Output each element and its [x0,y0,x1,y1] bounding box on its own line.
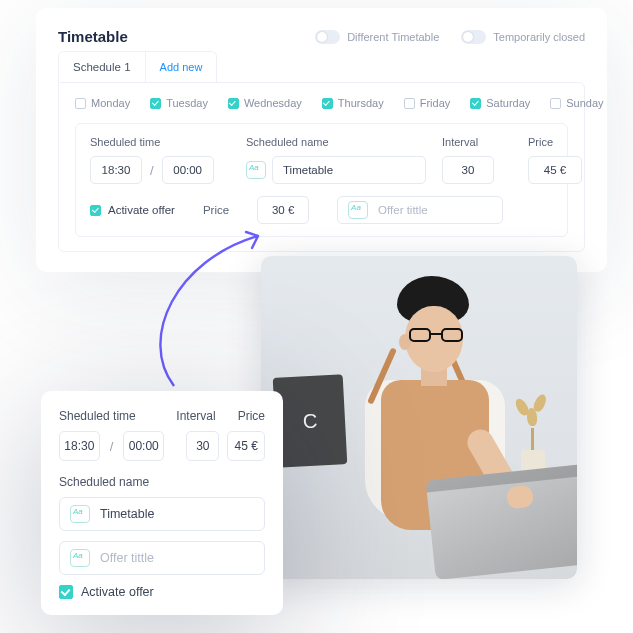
checkbox-icon [228,98,239,109]
day-label: Wednesday [244,97,302,109]
day-label: Sunday [566,97,603,109]
toggle-label: Temporarily closed [493,31,585,43]
checkbox-icon [59,585,73,599]
label-scheduled-time: Sheduled time [90,136,230,148]
label-interval: Interval [442,136,512,148]
checkbox-icon [322,98,333,109]
day-friday[interactable]: Friday [404,97,451,109]
day-label: Saturday [486,97,530,109]
day-sunday[interactable]: Sunday [550,97,603,109]
label-price: Price [238,409,265,423]
tab-schedule-1[interactable]: Schedule 1 [59,52,145,82]
day-monday[interactable]: Monday [75,97,130,109]
offer-placeholder: Offer tittle [100,551,154,565]
activate-label: Activate offer [81,585,154,599]
label-scheduled-name: Scheduled name [246,136,426,148]
activate-offer-checkbox[interactable]: Activate offer [90,204,175,216]
day-label: Thursday [338,97,384,109]
schedule-panel: Monday Tuesday Wednesday Thursday Friday… [58,82,585,252]
day-tuesday[interactable]: Tuesday [150,97,208,109]
schedule-values: Sheduled time Scheduled name Interval Pr… [75,123,568,237]
checkbox-icon [550,98,561,109]
activate-label: Activate offer [108,204,175,216]
day-wednesday[interactable]: Wednesday [228,97,302,109]
language-icon[interactable] [246,161,266,179]
language-icon [70,549,90,567]
interval-input[interactable]: 30 [186,431,219,461]
interval-input[interactable]: 30 [442,156,494,184]
name-field-group: Timetable [246,156,426,184]
checkbox-icon [75,98,86,109]
time-separator: / [148,163,156,178]
time-to-input[interactable]: 00:00 [162,156,214,184]
time-separator: / [108,439,116,454]
time-from-input[interactable]: 18:30 [90,156,142,184]
day-label: Tuesday [166,97,208,109]
activate-offer-checkbox[interactable]: Activate offer [59,585,265,599]
card-title: Timetable [58,28,128,45]
switch-icon [315,30,340,44]
checkbox-icon [470,98,481,109]
scheduled-name-input[interactable]: Timetable [59,497,265,531]
time-from-input[interactable]: 18:30 [59,431,100,461]
label-scheduled-name: Scheduled name [59,475,265,489]
tabs: Schedule 1 Add new [58,51,217,82]
offer-title-input[interactable]: Offer tittle [337,196,503,224]
price-input[interactable]: 45 € [528,156,582,184]
checkbox-icon [90,205,101,216]
day-thursday[interactable]: Thursday [322,97,384,109]
day-label: Monday [91,97,130,109]
time-to-input[interactable]: 00:00 [123,431,164,461]
offer-title-input[interactable]: Offer tittle [59,541,265,575]
language-icon [348,201,368,219]
label-interval: Interval [176,409,215,423]
switch-icon [461,30,486,44]
time-range: 18:30 / 00:00 [90,156,230,184]
label-price: Price [528,136,588,148]
row-price-label: Price [203,204,229,216]
offer-price-input[interactable]: 30 € [257,196,309,224]
merchant-photo: C [261,256,577,579]
toggle-temporarily-closed[interactable]: Temporarily closed [461,30,585,44]
language-icon [70,505,90,523]
scheduled-name-input[interactable]: Timetable [272,156,426,184]
price-input[interactable]: 45 € [227,431,265,461]
day-saturday[interactable]: Saturday [470,97,530,109]
toggle-label: Different Timetable [347,31,439,43]
offer-placeholder: Offer tittle [378,204,428,216]
toggle-different-timetable[interactable]: Different Timetable [315,30,439,44]
checkbox-icon [404,98,415,109]
label-scheduled-time: Sheduled time [59,409,154,423]
checkbox-icon [150,98,161,109]
schedule-mini-card: Sheduled time Interval Price 18:30 / 00:… [41,391,283,615]
tab-add-new[interactable]: Add new [145,52,217,82]
header-toggles: Different Timetable Temporarily closed [315,30,585,44]
scheduled-name-value: Timetable [100,507,154,521]
day-checkbox-row: Monday Tuesday Wednesday Thursday Friday… [75,97,568,109]
person [335,276,525,576]
day-label: Friday [420,97,451,109]
timetable-card: Timetable Different Timetable Temporaril… [36,8,607,272]
